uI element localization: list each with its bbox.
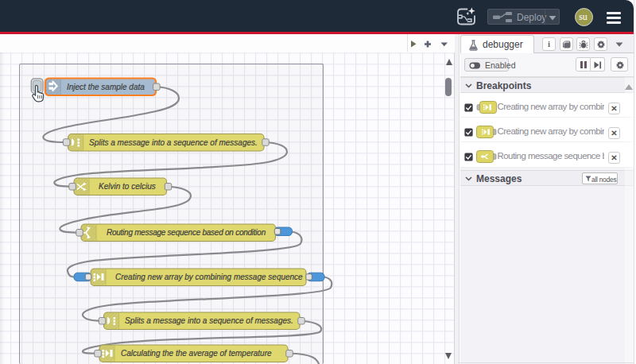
svg-text:Calculating the the average of: Calculating the the average of temperatu… <box>121 349 272 358</box>
svg-text:Creating new array by combinin: Creating new array by combining message … <box>115 273 303 281</box>
svg-text:Splits a message into a sequen: Splits a message into a sequence of mess… <box>89 138 258 147</box>
svg-text:Inject the sample data: Inject the sample data <box>67 83 145 91</box>
svg-text:Routing message sequence based: Routing message sequence based on condit… <box>107 228 266 237</box>
svg-text:Splits a message into a sequen: Splits a message into a sequence of mess… <box>125 316 293 325</box>
svg-text:Kelvin to celcius: Kelvin to celcius <box>99 182 156 191</box>
